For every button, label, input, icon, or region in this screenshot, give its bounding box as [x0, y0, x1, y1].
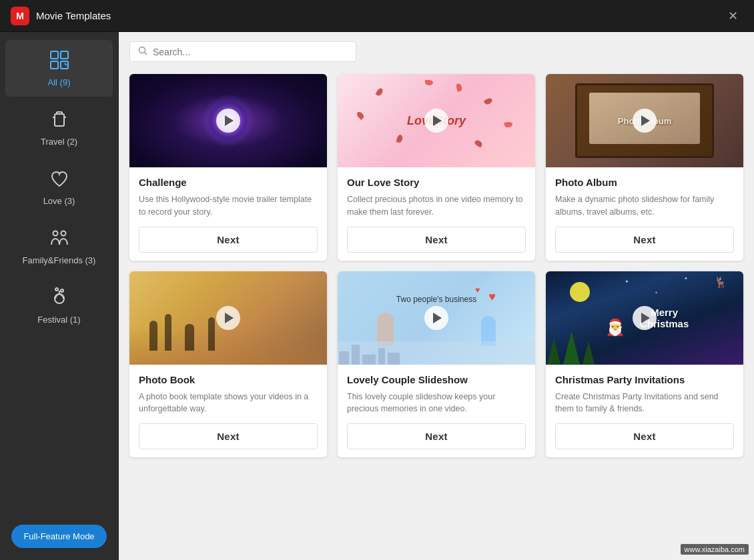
watermark: www.xiazaiba.com — [681, 544, 749, 555]
svg-line-4 — [65, 63, 67, 65]
festival-icon — [49, 287, 70, 311]
template-card-photoalbum: Photo Album Photo Album Make a dynamic p… — [546, 74, 743, 261]
next-button-coupleshow[interactable]: Next — [347, 423, 526, 449]
svg-point-16 — [61, 289, 63, 292]
svg-line-19 — [145, 53, 147, 55]
love-icon — [49, 168, 70, 192]
card-body-christmas: Christmas Party Invitations Create Chris… — [546, 365, 743, 416]
main-layout: All (9) Travel (2) Love ( — [0, 32, 754, 560]
sidebar-item-family[interactable]: Family&Friends (3) — [5, 218, 113, 275]
svg-point-18 — [139, 47, 145, 53]
play-button-challenge[interactable] — [216, 109, 240, 133]
card-title-lovestory: Our Love Story — [347, 177, 526, 188]
play-button-photoalbum[interactable] — [633, 109, 657, 133]
card-desc-christmas: Create Christmas Party Invitations and s… — [555, 391, 734, 416]
svg-rect-2 — [51, 61, 58, 69]
card-desc-lovestory: Collect precious photos in one video mem… — [347, 193, 526, 219]
card-footer-christmas: Next — [546, 415, 743, 457]
family-icon — [49, 227, 70, 251]
next-button-photoalbum[interactable]: Next — [555, 227, 734, 253]
card-desc-photoalbum: Make a dynamic photo slideshow for famil… — [555, 193, 734, 219]
next-button-photobook[interactable]: Next — [139, 423, 318, 449]
templates-grid: Challenge Use this Hollywood-style movie… — [119, 69, 754, 560]
couple-story-text: Two people's business — [396, 295, 476, 304]
svg-point-13 — [61, 231, 65, 236]
sidebar-festival-label: Festival (1) — [37, 315, 80, 325]
card-desc-challenge: Use this Hollywood-style movie trailer t… — [139, 193, 318, 219]
logo-letter: M — [16, 11, 24, 21]
svg-point-17 — [55, 288, 58, 291]
card-body-challenge: Challenge Use this Hollywood-style movie… — [129, 167, 327, 219]
app-logo: M — [11, 7, 29, 25]
thumbnail-challenge — [129, 74, 327, 167]
card-title-christmas: Christmas Party Invitations — [555, 374, 734, 385]
sidebar-item-travel[interactable]: Travel (2) — [5, 99, 113, 156]
card-footer-photobook: Next — [129, 415, 327, 457]
card-body-coupleshow: Lovely Couple Slideshow This lovely coup… — [338, 365, 535, 416]
thumbnail-lovestory: LoveStory — [338, 74, 535, 167]
play-button-lovestory[interactable] — [424, 109, 448, 133]
sidebar: All (9) Travel (2) Love ( — [0, 32, 119, 560]
template-card-christmas: ✦ ✦ ✦ 🎅 MerryChristmas 🦌 — [546, 271, 743, 458]
sidebar-item-festival[interactable]: Festival (1) — [5, 277, 113, 334]
all-icon — [49, 49, 70, 73]
card-title-photoalbum: Photo Album — [555, 177, 734, 188]
search-wrapper — [129, 41, 356, 62]
thumbnail-photobook — [129, 271, 327, 365]
card-footer-lovestory: Next — [338, 219, 535, 261]
next-button-challenge[interactable]: Next — [139, 227, 318, 253]
search-input[interactable] — [153, 47, 326, 57]
sidebar-item-all[interactable]: All (9) — [5, 40, 113, 97]
play-button-christmas[interactable] — [633, 306, 657, 330]
card-body-photobook: Photo Book A photo book template shows y… — [129, 365, 327, 416]
template-card-challenge: Challenge Use this Hollywood-style movie… — [129, 74, 327, 261]
card-title-coupleshow: Lovely Couple Slideshow — [347, 374, 526, 385]
play-button-coupleshow[interactable] — [424, 306, 448, 330]
thumbnail-photoalbum: Photo Album — [546, 74, 743, 167]
card-body-photoalbum: Photo Album Make a dynamic photo slidesh… — [546, 167, 743, 219]
template-card-coupleshow: Two people's business ♥ ♥ — [338, 271, 535, 458]
template-card-photobook: Photo Book A photo book template shows y… — [129, 271, 327, 458]
card-title-photobook: Photo Book — [139, 374, 318, 385]
title-bar: M Movie Templates ✕ — [0, 0, 754, 32]
sidebar-travel-label: Travel (2) — [41, 137, 77, 147]
svg-rect-1 — [61, 51, 68, 59]
search-icon — [138, 46, 147, 57]
card-title-challenge: Challenge — [139, 177, 318, 188]
play-button-photobook[interactable] — [216, 306, 240, 330]
full-feature-button[interactable]: Full-Feature Mode — [11, 525, 106, 548]
sidebar-love-label: Love (3) — [43, 196, 75, 206]
app-title: Movie Templates — [36, 10, 723, 21]
search-bar — [119, 32, 754, 69]
card-desc-coupleshow: This lovely couple slideshow keeps your … — [347, 391, 526, 416]
next-button-lovestory[interactable]: Next — [347, 227, 526, 253]
sidebar-item-love[interactable]: Love (3) — [5, 159, 113, 215]
travel-icon — [49, 109, 70, 133]
svg-rect-0 — [51, 51, 58, 59]
card-desc-photobook: A photo book template shows your videos … — [139, 391, 318, 416]
thumbnail-coupleshow: Two people's business ♥ ♥ — [338, 271, 535, 365]
card-footer-coupleshow: Next — [338, 415, 535, 457]
content-area: Challenge Use this Hollywood-style movie… — [119, 32, 754, 560]
thumbnail-christmas: ✦ ✦ ✦ 🎅 MerryChristmas 🦌 — [546, 271, 743, 365]
sidebar-all-label: All (9) — [48, 77, 71, 87]
svg-rect-6 — [55, 114, 64, 126]
card-footer-challenge: Next — [129, 219, 327, 261]
next-button-christmas[interactable]: Next — [555, 423, 734, 449]
svg-point-12 — [53, 231, 57, 236]
sidebar-family-label: Family&Friends (3) — [23, 255, 96, 265]
card-footer-photoalbum: Next — [546, 219, 743, 261]
close-button[interactable]: ✕ — [723, 6, 743, 26]
template-card-lovestory: LoveStory Our Love Story Collect preciou… — [338, 74, 535, 261]
card-body-lovestory: Our Love Story Collect precious photos i… — [338, 167, 535, 219]
